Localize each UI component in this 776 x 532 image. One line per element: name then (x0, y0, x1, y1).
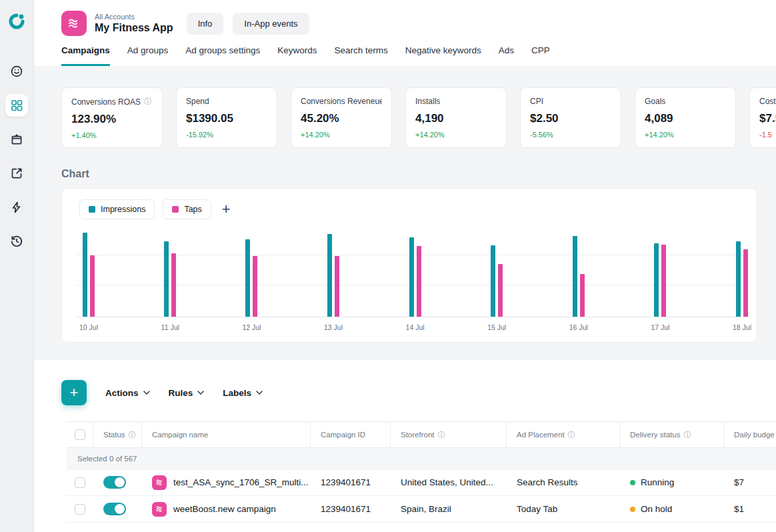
status-toggle[interactable] (103, 503, 126, 515)
selection-summary: Selected 0 of 567 (67, 448, 776, 469)
history-icon[interactable] (5, 230, 28, 253)
bar-group: 14 Jul (406, 230, 425, 331)
bar-groups: 10 Jul11 Jul12 Jul13 Jul14 Jul15 Jul16 J… (79, 230, 751, 331)
campaign-app-icon (152, 502, 167, 517)
campaign-name[interactable]: test_ASA_sync_1706_SR_multi... (173, 477, 309, 487)
campaigns-table-section: + Actions Rules Labels Statusⓘ (34, 360, 776, 532)
rules-menu[interactable]: Rules (169, 388, 205, 398)
info-icon[interactable]: ⓘ (683, 430, 691, 440)
tab-search-terms[interactable]: Search terms (334, 45, 387, 66)
x-tick-label: 12 Jul (242, 323, 261, 331)
select-all-checkbox[interactable] (75, 429, 85, 440)
account-label: All Accounts (95, 13, 173, 21)
tab-ad-groups[interactable]: Ad groups (127, 45, 169, 66)
bar-impressions (491, 245, 495, 317)
campaign-name[interactable]: weetBoost.new campaign (173, 504, 276, 514)
col-storefront[interactable]: Storefrontⓘ (391, 422, 507, 447)
support-icon[interactable] (5, 60, 28, 83)
tab-campaigns[interactable]: Campaigns (61, 45, 110, 66)
tab-keywords[interactable]: Keywords (277, 45, 317, 66)
select-all-cell (67, 422, 93, 447)
delivery-status-dot (630, 480, 635, 485)
add-metric-button[interactable]: + (222, 202, 231, 217)
storefront: Spain, Brazil (391, 504, 507, 514)
bar-impressions (245, 239, 250, 317)
package-icon[interactable] (5, 128, 28, 151)
app-icon (61, 11, 87, 36)
bar-group: 12 Jul (242, 230, 261, 331)
bar-group: 16 Jul (569, 230, 588, 331)
bar-taps (580, 274, 585, 317)
bar-group: 13 Jul (324, 230, 343, 331)
x-tick-label: 10 Jul (79, 323, 98, 331)
col-campaign-name[interactable]: Campaign name (142, 422, 311, 447)
metric-label: Goals (645, 97, 665, 106)
metric-card-goals: Goals 4,089 +14.20% (635, 87, 736, 148)
metric-card-installs: Installs 4,190 +14.20% (405, 87, 507, 148)
storefront: United States, United... (391, 477, 507, 487)
col-daily-budget[interactable]: Daily budge (724, 422, 776, 447)
col-status[interactable]: Statusⓘ (93, 422, 142, 447)
app-window: All Accounts My Fitness App Info In-App … (0, 0, 776, 532)
add-campaign-button[interactable]: + (61, 380, 87, 405)
metric-delta: -15.92% (186, 131, 267, 139)
sidebar (0, 0, 34, 532)
legend-taps[interactable]: Taps (163, 199, 211, 219)
table-row: test_ASA_sync_1706_SR_multi... 123940167… (67, 469, 776, 496)
row-checkbox[interactable] (75, 504, 85, 515)
metric-value: $1390.05 (186, 112, 267, 125)
status-toggle[interactable] (103, 476, 126, 489)
metric-card-conversions-roas: Conversions ROASⓘ 123.90% +1.40% (61, 87, 163, 148)
ad-placement: Today Tab (507, 504, 620, 514)
metric-value: $7.5 (759, 112, 776, 125)
metric-label: Conversions Reveneue (301, 97, 382, 106)
labels-menu[interactable]: Labels (223, 388, 263, 398)
bar-group: 11 Jul (161, 230, 179, 331)
in-app-events-button[interactable]: In-App events (233, 13, 309, 35)
row-checkbox[interactable] (75, 477, 85, 488)
info-icon[interactable]: ⓘ (438, 430, 445, 440)
metric-label: Spend (186, 97, 209, 106)
legend-label: Taps (184, 205, 201, 214)
x-tick-label: 18 Jul (733, 323, 751, 331)
metric-value: 123.90% (71, 113, 153, 126)
bar-group: 10 Jul (79, 230, 98, 331)
delivery-status-dot (630, 507, 635, 512)
automation-icon[interactable] (5, 196, 28, 219)
metric-card-cpi: CPI $2.50 -5.56% (520, 87, 621, 148)
page-title: My Fitness App (95, 22, 173, 34)
col-delivery-status[interactable]: Delivery statusⓘ (620, 422, 724, 447)
x-tick-label: 13 Jul (324, 323, 343, 331)
info-icon[interactable]: ⓘ (568, 430, 575, 440)
x-tick-label: 15 Jul (487, 323, 506, 331)
tab-ads[interactable]: Ads (499, 45, 514, 66)
col-campaign-id[interactable]: Campaign ID (311, 422, 391, 447)
delivery-status: On hold (641, 504, 672, 514)
export-icon[interactable] (5, 162, 28, 185)
bar-impressions (736, 241, 741, 317)
bar-impressions (654, 243, 659, 317)
bar-taps (743, 249, 748, 317)
metric-value: $2.50 (530, 112, 611, 125)
brand-logo-icon[interactable] (6, 11, 27, 32)
app-titles: All Accounts My Fitness App (95, 13, 173, 34)
info-button[interactable]: Info (187, 13, 224, 35)
apps-icon[interactable] (5, 94, 28, 117)
metric-label: Installs (415, 97, 440, 106)
tab-cpp[interactable]: CPP (531, 45, 550, 66)
metric-card-conversions-revenue: Conversions Reveneue 45.20% +14.20% (291, 87, 392, 148)
bar-group: 17 Jul (651, 230, 669, 331)
x-tick-label: 16 Jul (569, 323, 588, 331)
metric-label: Cost (759, 97, 776, 106)
tab-ad-groups-settings[interactable]: Ad groups settings (185, 45, 260, 66)
col-ad-placement[interactable]: Ad Placementⓘ (507, 422, 620, 447)
info-icon[interactable]: ⓘ (129, 430, 136, 440)
legend-impressions[interactable]: Impressions (79, 199, 155, 219)
tab-negative-keywords[interactable]: Negative keywords (405, 45, 481, 66)
campaigns-table: Statusⓘ Campaign name Campaign ID Storef… (67, 421, 776, 523)
info-icon[interactable]: ⓘ (144, 97, 151, 107)
chart-section-title: Chart (61, 168, 776, 180)
actions-menu[interactable]: Actions (105, 388, 150, 398)
x-tick-label: 17 Jul (651, 323, 669, 331)
bar-taps (417, 246, 421, 317)
